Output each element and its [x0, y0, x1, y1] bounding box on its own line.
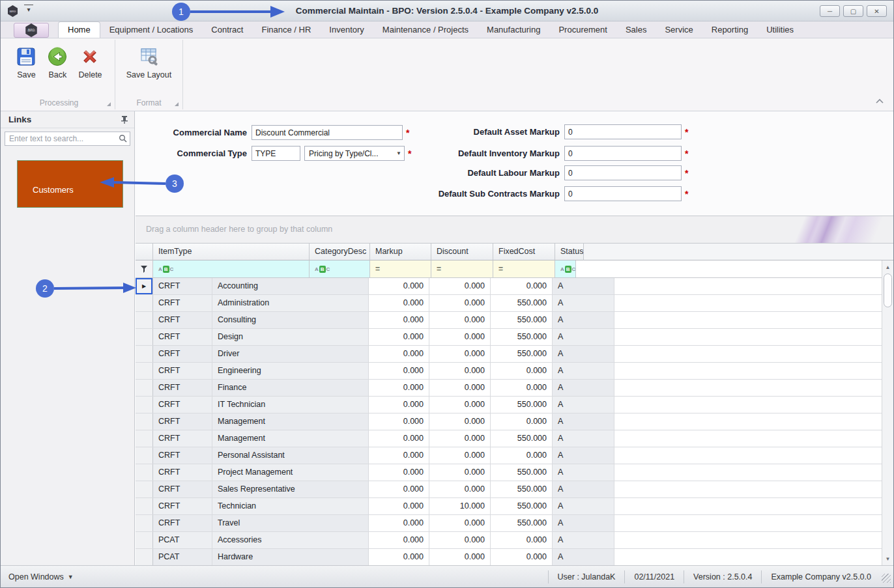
table-row[interactable]: ▶ CRFT Management 0.000 0.000 550.000 A [136, 430, 893, 447]
cell-discount[interactable]: 0.000 [429, 515, 491, 531]
cell-item-type[interactable]: CRFT [153, 278, 212, 294]
ribbon-tab[interactable]: Finance / HR [252, 22, 320, 38]
cell-item-type[interactable]: CRFT [153, 380, 212, 396]
cell-discount[interactable]: 0.000 [429, 329, 491, 345]
cell-discount[interactable]: 0.000 [429, 464, 491, 481]
cell-category-desc[interactable]: Finance [212, 380, 369, 396]
links-search-input[interactable] [5, 132, 130, 146]
cell-discount[interactable]: 0.000 [429, 278, 491, 294]
cell-fixed-cost[interactable]: 550.000 [491, 464, 553, 481]
open-windows-dropdown[interactable]: Open Windows ▼ [8, 572, 74, 581]
cell-markup[interactable]: 0.000 [369, 549, 429, 565]
cell-markup[interactable]: 0.000 [369, 515, 429, 531]
table-row[interactable]: ▶ CRFT Project Management 0.000 0.000 55… [136, 464, 893, 481]
cell-fixed-cost[interactable]: 0.000 [491, 549, 553, 565]
cell-status[interactable]: A [553, 295, 614, 311]
grid-column-header[interactable]: ItemType [153, 244, 310, 260]
table-row[interactable]: ▶ CRFT Consulting 0.000 0.000 550.000 A [136, 312, 893, 329]
ribbon-tab[interactable]: Home [58, 21, 100, 38]
cell-status[interactable]: A [553, 464, 614, 481]
ribbon-tab[interactable]: Inventory [320, 22, 373, 38]
cell-category-desc[interactable]: Management [212, 413, 369, 430]
application-menu-button[interactable]: BPO [14, 23, 49, 38]
cell-markup[interactable]: 0.000 [369, 464, 429, 481]
scrollbar-thumb[interactable] [884, 273, 892, 307]
row-indicator-cell[interactable]: ▶ [136, 312, 153, 328]
cell-markup[interactable]: 0.000 [369, 329, 429, 345]
cell-status[interactable]: A [553, 498, 614, 514]
row-indicator-cell[interactable]: ▶ [136, 498, 153, 514]
grid-column-header[interactable]: Discount [431, 244, 493, 260]
cell-markup[interactable]: 0.000 [369, 363, 429, 379]
cell-markup[interactable]: 0.000 [369, 532, 429, 548]
table-row[interactable]: ▶ CRFT Personal Assistant 0.000 0.000 0.… [136, 447, 893, 464]
cell-category-desc[interactable]: Engineering [212, 363, 369, 379]
cell-item-type[interactable]: CRFT [153, 498, 212, 514]
filter-cell[interactable]: ABC [153, 260, 310, 278]
ribbon-tab[interactable]: Contract [202, 22, 252, 38]
cell-fixed-cost[interactable]: 0.000 [491, 278, 553, 294]
maximize-button[interactable]: ▢ [843, 5, 863, 17]
filter-cell[interactable]: ABC [310, 260, 370, 278]
cell-discount[interactable]: 0.000 [429, 447, 491, 464]
row-indicator-cell[interactable]: ▶ [136, 532, 153, 548]
cell-category-desc[interactable]: Design [212, 329, 369, 345]
ribbon-tab[interactable]: Utilities [757, 22, 803, 38]
save-button[interactable]: Save [13, 45, 39, 81]
cell-category-desc[interactable]: Consulting [212, 312, 369, 328]
cell-fixed-cost[interactable]: 0.000 [491, 363, 553, 379]
cell-item-type[interactable]: CRFT [153, 515, 212, 531]
cell-status[interactable]: A [553, 515, 614, 531]
row-indicator-cell[interactable]: ▶ [136, 464, 153, 481]
table-row[interactable]: ▶ CRFT IT Technician 0.000 0.000 550.000… [136, 397, 893, 413]
cell-fixed-cost[interactable]: 0.000 [491, 532, 553, 548]
table-row[interactable]: ▶ CRFT Technician 0.000 10.000 550.000 A [136, 498, 893, 515]
row-indicator-cell[interactable]: ▶ [136, 430, 153, 447]
default-asset-markup-input[interactable] [564, 124, 682, 139]
grid-column-header[interactable]: Status [555, 244, 584, 260]
cell-markup[interactable]: 0.000 [369, 447, 429, 464]
cell-markup[interactable]: 0.000 [369, 413, 429, 430]
cell-item-type[interactable]: CRFT [153, 397, 212, 413]
row-indicator-cell[interactable]: ▶ [136, 329, 153, 345]
cell-fixed-cost[interactable]: 550.000 [491, 312, 553, 328]
row-indicator-cell[interactable]: ▶ [136, 413, 153, 430]
cell-item-type[interactable]: CRFT [153, 363, 212, 379]
row-indicator-cell[interactable]: ▶ [136, 481, 153, 497]
cell-status[interactable]: A [553, 397, 614, 413]
cell-status[interactable]: A [553, 380, 614, 396]
cell-status[interactable]: A [553, 430, 614, 447]
commercial-type-input[interactable] [252, 146, 300, 161]
row-indicator-cell[interactable]: ▶ [136, 346, 153, 362]
cell-fixed-cost[interactable]: 550.000 [491, 397, 553, 413]
cell-discount[interactable]: 0.000 [429, 346, 491, 362]
row-indicator-cell[interactable]: ▶ [136, 397, 153, 413]
cell-markup[interactable]: 0.000 [369, 346, 429, 362]
cell-category-desc[interactable]: Management [212, 430, 369, 447]
cell-status[interactable]: A [553, 413, 614, 430]
cell-status[interactable]: A [553, 481, 614, 497]
cell-category-desc[interactable]: Technician [212, 498, 369, 514]
ribbon-tab[interactable]: Maintenance / Projects [373, 22, 478, 38]
cell-fixed-cost[interactable]: 550.000 [491, 481, 553, 497]
table-row[interactable]: ▶ CRFT Design 0.000 0.000 550.000 A [136, 329, 893, 346]
back-button[interactable]: Back [44, 45, 70, 81]
vertical-scrollbar[interactable]: ▲ ▼ [882, 260, 893, 565]
cell-discount[interactable]: 0.000 [429, 430, 491, 447]
cell-category-desc[interactable]: Accounting [212, 278, 369, 294]
cell-status[interactable]: A [553, 549, 614, 565]
cell-markup[interactable]: 0.000 [369, 498, 429, 514]
cell-category-desc[interactable]: Travel [212, 515, 369, 531]
cell-discount[interactable]: 0.000 [429, 295, 491, 311]
cell-fixed-cost[interactable]: 550.000 [491, 430, 553, 447]
cell-discount[interactable]: 0.000 [429, 549, 491, 565]
cell-markup[interactable]: 0.000 [369, 397, 429, 413]
cell-status[interactable]: A [553, 447, 614, 464]
cell-item-type[interactable]: CRFT [153, 329, 212, 345]
table-row[interactable]: ▶ CRFT Travel 0.000 0.000 550.000 A [136, 515, 893, 532]
close-button[interactable]: ✕ [867, 5, 887, 17]
cell-discount[interactable]: 0.000 [429, 363, 491, 379]
cell-status[interactable]: A [553, 363, 614, 379]
cell-markup[interactable]: 0.000 [369, 481, 429, 497]
cell-category-desc[interactable]: Accessories [212, 532, 369, 548]
